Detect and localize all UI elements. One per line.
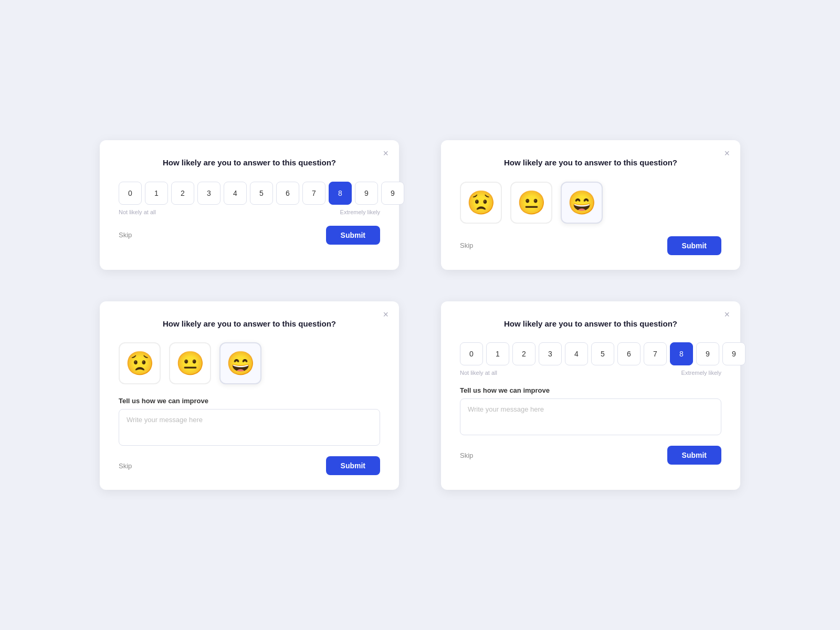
number-btn-9[interactable]: 9 [696, 342, 719, 365]
number-btn-1[interactable]: 1 [486, 342, 509, 365]
close-button[interactable]: × [381, 148, 391, 159]
emoji-btn-0[interactable]: 😟 [119, 342, 161, 384]
number-btn-5[interactable]: 5 [250, 182, 273, 205]
number-btn-8[interactable]: 8 [670, 342, 693, 365]
emoji-btn-2[interactable]: 😄 [219, 342, 261, 384]
label-low: Not likely at all [119, 209, 156, 215]
emoji-scale: 😟😐😄 [119, 342, 380, 384]
skip-button[interactable]: Skip [460, 242, 473, 249]
label-high: Extremely likely [340, 209, 380, 215]
number-btn-7[interactable]: 7 [644, 342, 667, 365]
number-btn-4[interactable]: 4 [224, 182, 247, 205]
textarea-label: Tell us how we can improve [460, 386, 721, 394]
close-button[interactable]: × [722, 148, 732, 159]
number-btn-6[interactable]: 6 [276, 182, 299, 205]
card-title: How likely are you to answer to this que… [119, 157, 380, 169]
survey-card-4: ×How likely are you to answer to this qu… [441, 301, 740, 490]
label-high: Extremely likely [681, 370, 721, 376]
number-btn-5[interactable]: 5 [591, 342, 614, 365]
label-low: Not likely at all [460, 370, 497, 376]
number-btn-0[interactable]: 0 [119, 182, 142, 205]
number-btn-3[interactable]: 3 [197, 182, 220, 205]
card-title: How likely are you to answer to this que… [119, 318, 380, 330]
submit-button[interactable]: Submit [326, 226, 380, 245]
number-btn-3[interactable]: 3 [539, 342, 562, 365]
number-btn-9[interactable]: 9 [722, 342, 746, 365]
survey-card-3: ×How likely are you to answer to this qu… [100, 301, 399, 490]
card-title: How likely are you to answer to this que… [460, 157, 721, 169]
emoji-btn-2[interactable]: 😄 [561, 182, 603, 224]
survey-card-2: ×How likely are you to answer to this qu… [441, 140, 740, 270]
number-btn-9[interactable]: 9 [355, 182, 378, 205]
number-btn-2[interactable]: 2 [171, 182, 194, 205]
card-footer: SkipSubmit [119, 226, 380, 245]
skip-button[interactable]: Skip [119, 462, 132, 470]
emoji-btn-0[interactable]: 😟 [460, 182, 502, 224]
close-button[interactable]: × [722, 309, 732, 320]
card-title: How likely are you to answer to this que… [460, 318, 721, 330]
card-footer: SkipSubmit [460, 446, 721, 465]
number-btn-7[interactable]: 7 [302, 182, 326, 205]
number-btn-4[interactable]: 4 [565, 342, 588, 365]
feedback-textarea[interactable] [460, 398, 721, 435]
scale-labels: Not likely at allExtremely likely [460, 370, 721, 376]
number-scale: 01234567899 [460, 342, 721, 365]
scale-labels: Not likely at allExtremely likely [119, 209, 380, 215]
feedback-textarea[interactable] [119, 409, 380, 446]
emoji-btn-1[interactable]: 😐 [510, 182, 552, 224]
survey-grid: ×How likely are you to answer to this qu… [79, 119, 761, 511]
number-btn-0[interactable]: 0 [460, 342, 483, 365]
submit-button[interactable]: Submit [326, 456, 380, 475]
number-btn-6[interactable]: 6 [617, 342, 640, 365]
number-btn-1[interactable]: 1 [145, 182, 168, 205]
number-btn-9[interactable]: 9 [381, 182, 404, 205]
close-button[interactable]: × [381, 309, 391, 320]
submit-button[interactable]: Submit [667, 446, 721, 465]
card-footer: SkipSubmit [460, 236, 721, 255]
submit-button[interactable]: Submit [667, 236, 721, 255]
emoji-btn-1[interactable]: 😐 [169, 342, 211, 384]
textarea-label: Tell us how we can improve [119, 397, 380, 405]
card-footer: SkipSubmit [119, 456, 380, 475]
number-btn-8[interactable]: 8 [329, 182, 352, 205]
number-btn-2[interactable]: 2 [512, 342, 536, 365]
emoji-scale: 😟😐😄 [460, 182, 721, 224]
skip-button[interactable]: Skip [460, 452, 473, 459]
survey-card-1: ×How likely are you to answer to this qu… [100, 140, 399, 270]
number-scale: 01234567899 [119, 182, 380, 205]
skip-button[interactable]: Skip [119, 231, 132, 239]
